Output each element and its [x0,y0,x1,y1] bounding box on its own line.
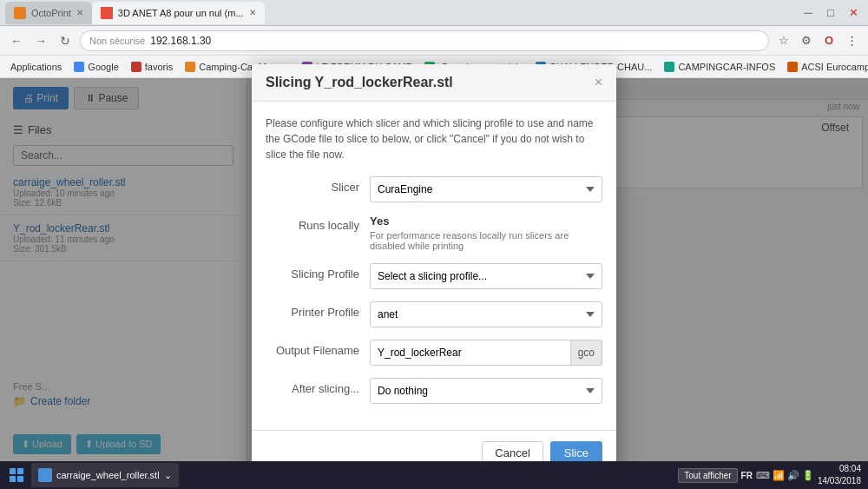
keyboard-icon: ⌨ [756,470,770,481]
start-button[interactable] [3,462,30,488]
printer-profile-row: Printer Profile anet [266,301,602,327]
show-desktop-button[interactable]: Tout afficher [678,468,737,483]
dialog-close-button[interactable]: × [595,75,602,90]
runs-locally-note: For performance reasons locally run slic… [370,230,602,251]
output-filename-control: gco [370,340,602,366]
output-filename-ext: gco [571,340,602,366]
svg-rect-1 [17,468,23,474]
browser-toolbar: ← → ↻ Non sécurisé 192.168.1.30 ☆ ⚙ O ⋮ [0,26,868,56]
back-button[interactable]: ← [7,31,26,50]
slicer-row: Slicer CuraEngine [266,176,602,202]
address-bar[interactable]: Non sécurisé 192.168.1.30 [80,30,769,51]
tab-close-octoprint[interactable]: ✕ [76,8,83,17]
output-filename-input[interactable] [370,340,571,366]
after-slicing-select[interactable]: Do nothing Print Print and select [370,378,602,404]
modal-overlay: Slicing Y_rod_lockerRear.stl × Please co… [0,78,868,461]
taskbar: carraige_wheel_roller.stl ⌄ Tout affiche… [0,461,868,489]
slicer-select[interactable]: CuraEngine [370,176,602,202]
taskbar-app-icon [38,468,52,482]
taskbar-app-chevron: ⌄ [164,470,172,481]
output-filename-row: Output Filename gco [266,340,602,366]
dialog-description: Please configure which slicer and which … [266,116,602,162]
output-filename-input-row: gco [370,340,602,366]
tab-favicon-anet [101,7,113,19]
favoris-favicon [131,62,141,72]
slicing-profile-label: Slicing Profile [266,263,370,281]
tab-anet[interactable]: 3D ANET A8 pour un nul (m... ✕ [92,2,265,24]
browser-titlebar: OctoPrint ✕ 3D ANET A8 pour un nul (m...… [0,0,868,26]
tab-close-anet[interactable]: ✕ [249,8,256,17]
printer-profile-select[interactable]: anet [370,301,602,327]
runs-locally-value: Yes For performance reasons locally run … [370,215,602,251]
bookmark-applications-label: Applications [10,62,62,72]
acsi-favicon [787,62,798,72]
bookmark-google[interactable]: Google [69,60,123,74]
slicer-control: CuraEngine [370,176,602,202]
runs-locally-label: Runs locally [266,215,370,232]
main-content: 🖨 Print ⏸ Pause ☰ Files carraige_wheel_r… [0,78,868,461]
bookmark-campingcar-infos-label: CAMPINGCAR-INFOS [678,62,775,72]
forward-button[interactable]: → [31,31,50,50]
taskbar-app-item[interactable]: carraige_wheel_roller.stl ⌄ [31,463,179,487]
after-slicing-control: Do nothing Print Print and select [370,378,602,404]
svg-rect-2 [10,476,16,482]
battery-icon: 🔋 [802,470,814,481]
taskbar-app-label: carraige_wheel_roller.stl [56,470,160,480]
more-icon[interactable]: ⋮ [842,31,861,50]
dialog-body: Please configure which slicer and which … [252,102,616,430]
maximize-icon[interactable]: □ [821,3,840,23]
taskbar-right: Tout afficher FR ⌨ 📶 🔊 🔋 08:04 14/03/201… [678,463,868,487]
network-icon: 📶 [773,470,785,481]
extensions-icon[interactable]: ⚙ [797,31,816,50]
google-favicon [74,62,84,72]
svg-rect-3 [17,476,23,482]
address-text: 192.168.1.30 [150,35,211,47]
runs-locally-row: Runs locally Yes For performance reasons… [266,215,602,251]
minimize-icon[interactable]: ─ [799,3,818,23]
runs-locally-yes: Yes [370,215,602,228]
dialog-header: Slicing Y_rod_lockerRear.stl × [252,64,616,102]
slicing-profile-select[interactable]: Select a slicing profile... [370,263,602,289]
close-window-icon[interactable]: ✕ [844,3,863,23]
slicing-profile-control: Select a slicing profile... [370,263,602,289]
windows-icon [9,467,24,483]
security-label: Non sécurisé [89,36,145,46]
taskbar-time-display: 08:04 [818,463,861,475]
bookmark-favoris-label: favoris [145,62,173,72]
taskbar-system-icons: ⌨ 📶 🔊 🔋 [756,470,814,481]
bookmark-favoris[interactable]: favoris [126,60,178,74]
printer-profile-label: Printer Profile [266,301,370,319]
tab-anet-label: 3D ANET A8 pour un nul (m... [118,8,244,18]
taskbar-left: carraige_wheel_roller.stl ⌄ [0,462,179,488]
bookmark-applications[interactable]: Applications [5,60,67,74]
dialog-title: Slicing Y_rod_lockerRear.stl [266,75,453,90]
tab-octoprint[interactable]: OctoPrint ✕ [5,2,92,24]
slicer-label: Slicer [266,176,370,194]
camping-mag-favicon [185,62,195,72]
campingcar-favicon [664,62,674,72]
output-filename-label: Output Filename [266,340,370,357]
language-indicator: FR [741,471,753,480]
tab-favicon-octo [14,7,26,19]
bookmark-acsi[interactable]: ACSI Eurocampings [782,60,868,74]
bookmark-campingcar-infos[interactable]: CAMPINGCAR-INFOS [659,60,780,74]
taskbar-date-display: 14/03/2018 [818,475,861,487]
after-slicing-label: After slicing... [266,378,370,395]
taskbar-clock: 08:04 14/03/2018 [818,463,861,487]
refresh-button[interactable]: ↻ [56,31,75,50]
after-slicing-row: After slicing... Do nothing Print Print … [266,378,602,404]
svg-rect-0 [10,468,16,474]
slicing-profile-row: Slicing Profile Select a slicing profile… [266,263,602,289]
volume-icon: 🔊 [787,470,799,481]
bookmark-acsi-label: ACSI Eurocampings [801,62,868,72]
bookmark-star-icon[interactable]: ☆ [774,31,793,50]
slicing-dialog: Slicing Y_rod_lockerRear.stl × Please co… [252,64,616,475]
tab-octoprint-label: OctoPrint [31,8,71,18]
printer-profile-control: anet [370,301,602,327]
bookmark-google-label: Google [88,62,118,72]
opera-icon[interactable]: O [819,31,838,50]
